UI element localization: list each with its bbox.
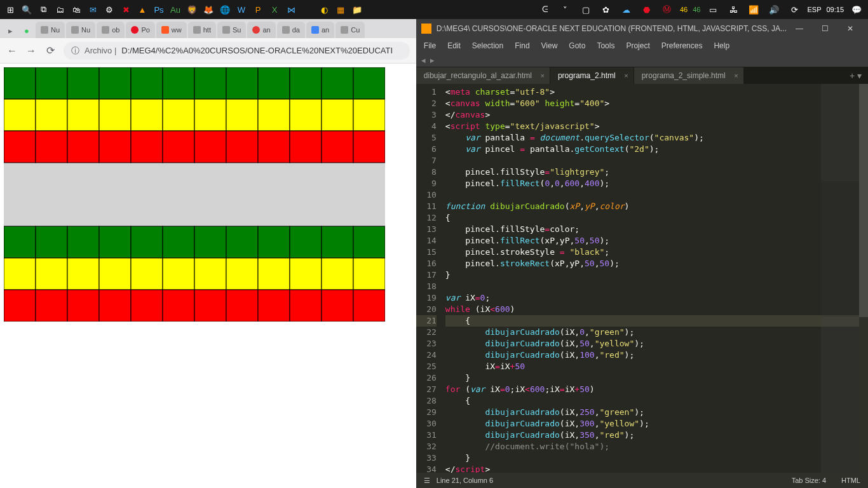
mail-icon[interactable]: ✉ bbox=[85, 2, 100, 17]
editor-tab[interactable]: programa_2_simple.html× bbox=[634, 67, 743, 84]
network-icon[interactable]: 🖧 bbox=[726, 2, 741, 17]
sync-icon[interactable]: ⟳ bbox=[787, 2, 802, 17]
reload-icon[interactable]: ⟳ bbox=[44, 45, 56, 57]
sublime-editor: D:\MEG4\ CURSOS\ONE-ORACLE NEXT EDUCATIO… bbox=[416, 19, 868, 488]
maximize-icon[interactable]: ☐ bbox=[812, 24, 837, 33]
chrome-browser: ▸ ● NuNuobPowwhttSuandaanCu ← → ⟳ ⓘ Arch… bbox=[0, 19, 416, 488]
window-titlebar: D:\MEG4\ CURSOS\ONE-ORACLE NEXT EDUCATIO… bbox=[416, 19, 868, 38]
menu-file[interactable]: File bbox=[419, 40, 441, 51]
tray-icon-2[interactable]: ✿ bbox=[599, 2, 614, 17]
menu-goto[interactable]: Goto bbox=[564, 40, 590, 51]
language-indicator[interactable]: ESP bbox=[807, 6, 821, 13]
chrome-tab[interactable]: Cu bbox=[336, 22, 365, 38]
opera-icon[interactable]: ● bbox=[19, 23, 34, 38]
chrome-tab[interactable]: an bbox=[247, 22, 275, 38]
chrome-tab[interactable]: Po bbox=[126, 22, 154, 38]
onedrive-icon[interactable]: ☁ bbox=[619, 2, 634, 17]
editor-tab[interactable]: dibujar_rectangulo_al_azar.html× bbox=[416, 67, 550, 84]
windows-taskbar: ⊞ 🔍 ⧉ 🗂 🛍 ✉ ⚙ ✖ ▲ Ps Au 🦁 🦊 🌐 W P X ⋈ ◐ … bbox=[0, 0, 868, 19]
word-icon[interactable]: W bbox=[234, 2, 249, 17]
chrome-tab[interactable]: Su bbox=[217, 22, 246, 38]
people-icon[interactable]: ᕮ bbox=[538, 2, 553, 17]
status-syntax[interactable]: HTML bbox=[841, 477, 860, 484]
app-x-icon[interactable]: ✖ bbox=[118, 2, 133, 17]
new-tab-icon[interactable]: ▸ bbox=[3, 23, 18, 38]
menu-preferences[interactable]: Preferences bbox=[656, 40, 708, 51]
status-drawer-icon[interactable]: ☰ bbox=[424, 477, 430, 485]
photoshop-icon[interactable]: Ps bbox=[151, 2, 166, 17]
window-title: D:\MEG4\ CURSOS\ONE-ORACLE NEXT EDUCATIO… bbox=[437, 24, 787, 33]
editor-tab-strip: dibujar_rectangulo_al_azar.html×programa… bbox=[416, 67, 868, 84]
explorer-icon[interactable]: 🗂 bbox=[52, 2, 67, 17]
menu-bar: FileEditSelectionFindViewGotoToolsProjec… bbox=[416, 38, 868, 53]
chrome-tab[interactable]: ww bbox=[156, 22, 187, 38]
menu-selection[interactable]: Selection bbox=[467, 40, 508, 51]
minimize-icon[interactable]: — bbox=[787, 24, 812, 33]
status-tabsize[interactable]: Tab Size: 4 bbox=[792, 477, 826, 484]
code-area[interactable]: <meta charset="utf-8"><canvas width="600… bbox=[443, 84, 868, 473]
vertical-scrollbar[interactable] bbox=[859, 84, 868, 473]
url-bar[interactable]: ⓘ Archivo | D:/MEG4/%C2%A0%20CURSOS/ONE-… bbox=[64, 42, 410, 60]
menu-view[interactable]: View bbox=[536, 40, 563, 51]
tab-close-icon[interactable]: × bbox=[540, 72, 544, 79]
vlc-icon[interactable]: ▲ bbox=[135, 2, 150, 17]
volume-icon[interactable]: 🔊 bbox=[766, 2, 782, 17]
chrome-tab[interactable]: Nu bbox=[36, 22, 65, 38]
clock[interactable]: 09:15 bbox=[826, 6, 844, 13]
battery-icon[interactable]: ▭ bbox=[705, 2, 721, 17]
firefox-icon[interactable]: 🦊 bbox=[201, 2, 216, 17]
sublime-running-icon[interactable]: ▦ bbox=[333, 2, 348, 17]
shield-icon[interactable]: ⬣ bbox=[639, 2, 654, 17]
editor-body: 1234567891011121314151617181920212223242… bbox=[416, 84, 868, 473]
status-cursor-pos: Line 21, Column 6 bbox=[437, 477, 493, 485]
chrome-tab[interactable]: ob bbox=[97, 22, 125, 38]
sublime-logo-icon bbox=[421, 24, 431, 34]
chrome-tab[interactable]: an bbox=[306, 22, 334, 38]
editor-tab[interactable]: programa_2.html× bbox=[550, 67, 634, 84]
taskview-icon[interactable]: ⧉ bbox=[36, 2, 51, 17]
tab-nav-arrows[interactable]: ◄ ► bbox=[416, 53, 868, 67]
menu-find[interactable]: Find bbox=[510, 40, 534, 51]
battery-badge-2: 46 bbox=[693, 6, 700, 13]
folder-running-icon[interactable]: 📁 bbox=[349, 2, 365, 17]
new-tab-icon[interactable]: + ▾ bbox=[843, 71, 868, 81]
store-icon[interactable]: 🛍 bbox=[69, 2, 84, 17]
close-icon[interactable]: ✕ bbox=[837, 24, 863, 33]
chrome-running-icon[interactable]: ◐ bbox=[316, 2, 332, 17]
brave-icon[interactable]: 🦁 bbox=[184, 2, 200, 17]
chrome-tab-strip: ▸ ● NuNuobPowwhttSuandaanCu bbox=[0, 19, 416, 38]
edge-icon[interactable]: 🌐 bbox=[217, 2, 233, 17]
url-path: D:/MEG4/%C2%A0%20CURSOS/ONE-ORACLE%20NEX… bbox=[121, 46, 393, 55]
url-scheme: Archivo | bbox=[85, 46, 116, 55]
tab-close-icon[interactable]: × bbox=[734, 72, 738, 79]
notifications-icon[interactable]: 💬 bbox=[849, 2, 864, 17]
chrome-tab[interactable]: Nu bbox=[66, 22, 95, 38]
mega-icon[interactable]: Ⓜ bbox=[660, 2, 675, 17]
line-gutter: 1234567891011121314151617181920212223242… bbox=[416, 84, 443, 473]
app-running-divider bbox=[300, 2, 315, 17]
chevron-up-icon[interactable]: ˅ bbox=[558, 2, 573, 17]
chrome-tab[interactable]: da bbox=[277, 22, 305, 38]
page-viewport bbox=[0, 64, 416, 488]
minimap[interactable] bbox=[821, 84, 859, 473]
tray-icon[interactable]: ▢ bbox=[578, 2, 593, 17]
menu-help[interactable]: Help bbox=[709, 40, 735, 51]
menu-project[interactable]: Project bbox=[621, 40, 654, 51]
wifi-icon[interactable]: 📶 bbox=[746, 2, 761, 17]
search-icon[interactable]: 🔍 bbox=[19, 2, 34, 17]
back-icon[interactable]: ← bbox=[6, 45, 18, 57]
status-bar: ☰ Line 21, Column 6 Tab Size: 4 HTML bbox=[416, 473, 868, 488]
vscode-icon[interactable]: ⋈ bbox=[283, 2, 299, 17]
chrome-toolbar: ← → ⟳ ⓘ Archivo | D:/MEG4/%C2%A0%20CURSO… bbox=[0, 38, 416, 64]
chrome-tab[interactable]: htt bbox=[188, 22, 216, 38]
forward-icon[interactable]: → bbox=[25, 45, 37, 57]
menu-tools[interactable]: Tools bbox=[592, 40, 620, 51]
powerpoint-icon[interactable]: P bbox=[250, 2, 266, 17]
tab-close-icon[interactable]: × bbox=[624, 72, 628, 79]
audition-icon[interactable]: Au bbox=[168, 2, 183, 17]
excel-icon[interactable]: X bbox=[267, 2, 282, 17]
settings-icon[interactable]: ⚙ bbox=[102, 2, 117, 17]
start-icon[interactable]: ⊞ bbox=[3, 2, 18, 17]
menu-edit[interactable]: Edit bbox=[442, 40, 466, 51]
info-icon: ⓘ bbox=[71, 45, 79, 57]
